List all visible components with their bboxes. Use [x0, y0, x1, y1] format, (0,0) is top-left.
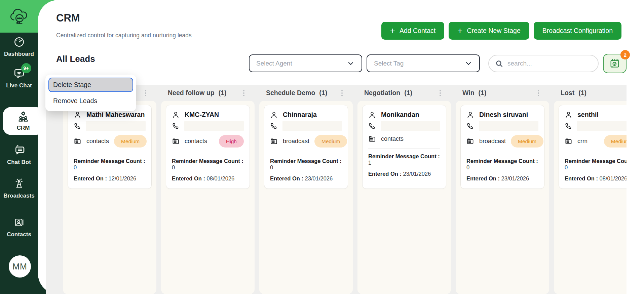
- kanban-column: Negotiation (1) Monikandan contacts Remi…: [357, 85, 451, 294]
- sidebar-item-label: Live Chat: [6, 82, 32, 89]
- card-name: Monikandan: [381, 111, 419, 119]
- kanban-column: Mathi Maheswaran contacts Medium Reminde…: [63, 85, 156, 294]
- tag-folder-icon: [270, 137, 278, 145]
- column-menu-kebab-icon[interactable]: [144, 89, 148, 97]
- sidebar-item-label: Broadcasts: [3, 193, 35, 199]
- sidebar-item-live-chat[interactable]: 9+ Live Chat: [0, 67, 38, 89]
- card-tag: broadcast: [479, 138, 506, 145]
- select-agent-dropdown[interactable]: Select Agent: [249, 54, 362, 72]
- column-title: Lost: [561, 89, 574, 97]
- header-actions: Add Contact Create New Stage Broadcast C…: [381, 22, 621, 40]
- search-input[interactable]: [507, 60, 593, 67]
- entered-value: 08/01/2026: [207, 175, 235, 181]
- lead-card[interactable]: Mathi Maheswaran contacts Medium Reminde…: [68, 105, 152, 189]
- kanban-column: Lost (1) senthil crm Medium Reminder Mes…: [554, 85, 627, 294]
- chevron-down-icon: [464, 59, 472, 68]
- tag-folder-icon: [368, 135, 376, 143]
- column-body: Monikandan contacts Reminder Message Cou…: [357, 101, 451, 294]
- reminder-calendar-button[interactable]: 2: [603, 54, 627, 73]
- column-header: Schedule Demo (1): [259, 85, 353, 101]
- contacts-card-icon: [13, 217, 25, 228]
- select-tag-dropdown[interactable]: Select Tag: [367, 54, 480, 72]
- person-icon: [565, 111, 572, 119]
- column-menu-kebab-icon[interactable]: [242, 89, 246, 97]
- tag-folder-icon: [172, 137, 180, 145]
- lead-card[interactable]: KMC-ZYAN contacts High Reminder Message …: [166, 105, 250, 189]
- entered-value: 23/01/2026: [501, 175, 529, 181]
- priority-badge: Medium: [314, 135, 347, 148]
- logo-block: [0, 0, 38, 33]
- context-menu-item[interactable]: Delete Stage: [48, 78, 133, 92]
- column-menu-kebab-icon[interactable]: [438, 89, 442, 97]
- header-action-button[interactable]: Add Contact: [381, 22, 445, 40]
- person-icon: [368, 111, 376, 119]
- lead-card[interactable]: Chinnaraja broadcast Medium Reminder Mes…: [264, 105, 348, 189]
- column-body: senthil crm Medium Reminder Message Coun…: [554, 101, 627, 294]
- crm-people-gear-icon: [17, 111, 29, 123]
- reminder-value: 0: [565, 164, 568, 170]
- sidebar-item-label: Chat Bot: [7, 159, 31, 166]
- header-action-button[interactable]: Create New Stage: [449, 22, 529, 40]
- sidebar-item-broadcasts[interactable]: Broadcasts: [0, 177, 38, 199]
- select-tag-placeholder: Select Tag: [374, 60, 404, 67]
- user-avatar[interactable]: MM: [9, 255, 31, 278]
- card-name: Mathi Maheswaran: [86, 111, 145, 119]
- reminder-row: Reminder Message Count : 0: [565, 158, 627, 171]
- phone-value-hidden: [381, 121, 440, 131]
- person-icon: [172, 111, 180, 119]
- lead-card[interactable]: senthil crm Medium Reminder Message Coun…: [559, 105, 627, 189]
- sidebar-item-chat-bot[interactable]: Chat Bot: [0, 144, 38, 166]
- sidebar-item-label: CRM: [17, 125, 30, 131]
- kanban-board: Mathi Maheswaran contacts Medium Reminde…: [46, 85, 627, 294]
- column-count: (1): [404, 89, 412, 97]
- kanban-column: Win (1) Dinesh siruvani broadcast Medium…: [456, 85, 549, 294]
- entered-value: 23/01/2026: [305, 175, 333, 181]
- column-body: Dinesh siruvani broadcast Medium Reminde…: [456, 101, 549, 294]
- phone-icon: [565, 122, 572, 130]
- column-body: Chinnaraja broadcast Medium Reminder Mes…: [259, 101, 353, 294]
- tag-folder-icon: [74, 137, 81, 145]
- entered-row: Entered On : 23/01/2026: [466, 175, 538, 182]
- context-menu-item[interactable]: Remove Leads: [48, 94, 133, 108]
- reminder-value: 0: [74, 164, 77, 170]
- sidebar-item-crm[interactable]: CRM: [3, 107, 44, 135]
- dashboard-gauge-icon: [13, 36, 25, 48]
- header-action-button[interactable]: Broadcast Configuration: [534, 22, 621, 40]
- phone-icon: [368, 122, 376, 130]
- tag-folder-icon: [466, 137, 474, 145]
- phone-icon: [172, 122, 179, 130]
- reminder-label: Reminder Message Count :: [74, 158, 145, 164]
- reminder-value: 0: [270, 164, 273, 170]
- entered-label: Entered On :: [368, 171, 402, 177]
- phone-value-hidden: [577, 121, 627, 131]
- card-tag: contacts: [86, 138, 109, 145]
- sidebar-item-contacts[interactable]: Contacts: [0, 217, 38, 238]
- column-title: Negotiation: [364, 89, 400, 97]
- plus-icon: [390, 26, 395, 35]
- chevron-down-icon: [347, 59, 355, 68]
- live-chat-icon: 9+: [13, 67, 25, 79]
- lead-card[interactable]: Dinesh siruvani broadcast Medium Reminde…: [460, 105, 544, 189]
- phone-icon: [466, 122, 474, 130]
- entered-label: Entered On :: [565, 175, 598, 181]
- search-icon: [495, 59, 503, 68]
- phone-value-hidden: [479, 121, 538, 131]
- lead-card[interactable]: Monikandan contacts Reminder Message Cou…: [362, 105, 446, 189]
- priority-badge: Medium: [114, 135, 147, 148]
- sidebar-item-dashboard[interactable]: Dashboard: [0, 36, 38, 57]
- column-menu-kebab-icon[interactable]: [536, 89, 540, 97]
- card-name: Chinnaraja: [283, 111, 317, 119]
- person-icon: [74, 111, 81, 119]
- live-chat-count-badge: 9+: [21, 63, 31, 73]
- priority-badge: High: [219, 135, 244, 148]
- phone-icon: [270, 122, 277, 130]
- page-title: CRM: [56, 12, 80, 24]
- app-logo-icon: [8, 5, 30, 28]
- entered-value: 12/01/2026: [109, 175, 137, 181]
- column-count: (1): [578, 89, 586, 97]
- plus-icon: [457, 26, 462, 35]
- select-agent-placeholder: Select Agent: [256, 60, 292, 67]
- column-menu-kebab-icon[interactable]: [340, 89, 344, 97]
- reminder-row: Reminder Message Count : 1: [368, 153, 440, 166]
- phone-value-hidden: [184, 121, 244, 131]
